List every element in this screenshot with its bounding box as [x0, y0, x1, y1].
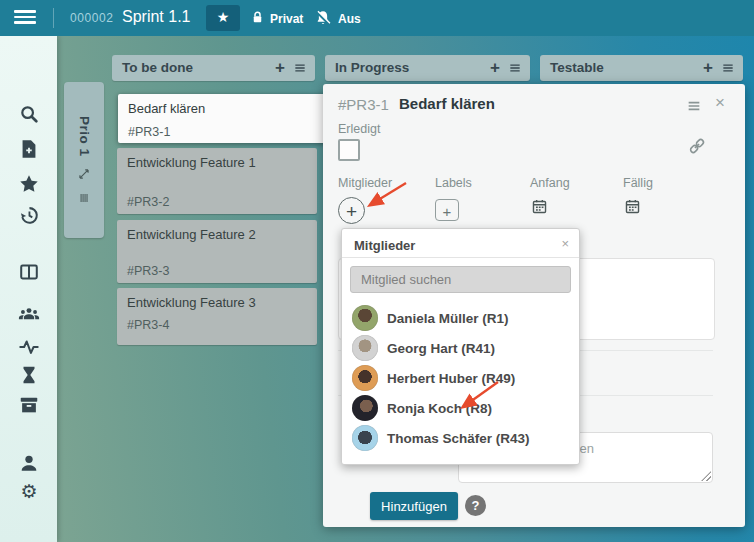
history-icon[interactable]: [18, 204, 40, 226]
members-field-label: Mitglieder: [338, 176, 392, 190]
menu-button[interactable]: [14, 10, 36, 26]
done-checkbox[interactable]: [338, 139, 360, 161]
user-profile-icon[interactable]: [18, 452, 40, 474]
activity-pulse-icon[interactable]: [18, 336, 40, 358]
submit-comment-button[interactable]: Hinzufügen: [370, 492, 458, 520]
column-header-todo[interactable]: To be done +: [112, 55, 315, 81]
card-link-icon[interactable]: [687, 136, 707, 156]
notifications-off-icon: [314, 9, 332, 27]
board-title: Sprint 1.1: [122, 8, 190, 26]
member-avatar: [352, 395, 378, 421]
popup-close-button[interactable]: ×: [561, 236, 569, 251]
card-feature1[interactable]: Entwicklung Feature 1 #PR3-2: [117, 148, 317, 214]
swimlane-menu-icon[interactable]: [77, 191, 91, 205]
board-columns-icon[interactable]: [18, 261, 40, 283]
add-document-icon[interactable]: [18, 138, 40, 160]
due-field-label: Fällig: [623, 176, 653, 190]
column-title: In Progress: [335, 60, 409, 75]
hourglass-icon[interactable]: [18, 364, 40, 386]
card-number: #PR3-2: [127, 195, 169, 209]
notifications-label[interactable]: Aus: [338, 12, 361, 26]
left-sidebar: ⚙: [0, 36, 57, 542]
column-menu-button[interactable]: [508, 61, 522, 75]
privacy-label[interactable]: Privat: [270, 12, 303, 26]
member-option[interactable]: Thomas Schäfer (R43): [352, 423, 569, 453]
team-members-icon[interactable]: [18, 303, 40, 325]
topbar-divider: [53, 8, 54, 28]
column-menu-button[interactable]: [721, 61, 735, 75]
card-number: #PR3-3: [127, 264, 169, 278]
column-menu-button[interactable]: [293, 61, 307, 75]
member-option[interactable]: Herbert Huber (R49): [352, 363, 569, 393]
star-toggle-button[interactable]: ★: [206, 5, 240, 31]
column-header-inprogress[interactable]: In Progress +: [325, 55, 530, 81]
done-label: Erledigt: [338, 122, 380, 136]
member-option[interactable]: Daniela Müller (R1): [352, 303, 569, 333]
card-feature3[interactable]: Entwicklung Feature 3 #PR3-4: [117, 288, 317, 345]
swimlane-title: Prio 1: [77, 116, 92, 157]
modal-card-number: #PR3-1: [338, 96, 389, 113]
help-button[interactable]: ?: [465, 495, 486, 516]
member-search-input[interactable]: [350, 266, 571, 293]
card-open[interactable]: Bedarf klären #PR3-1: [118, 94, 330, 143]
start-date-button[interactable]: [531, 198, 548, 215]
add-member-button[interactable]: +: [338, 197, 365, 224]
popup-divider: [342, 257, 579, 258]
labels-field-label: Labels: [435, 176, 472, 190]
settings-gear-icon[interactable]: ⚙: [18, 480, 40, 502]
app-topbar: 000002 Sprint 1.1 ★ Privat Aus: [0, 0, 754, 36]
members-popup-title: Mitglieder: [354, 238, 415, 253]
search-icon[interactable]: [18, 103, 40, 125]
card-title: Entwicklung Feature 2: [127, 227, 256, 242]
member-avatar: [352, 305, 378, 331]
column-header-testable[interactable]: Testable +: [540, 55, 743, 81]
due-date-button[interactable]: [624, 198, 641, 215]
member-avatar: [352, 335, 378, 361]
add-card-button[interactable]: +: [271, 57, 289, 79]
card-title: Entwicklung Feature 1: [127, 155, 256, 170]
modal-menu-button[interactable]: [685, 98, 703, 114]
member-option[interactable]: Georg Hart (R41): [352, 333, 569, 363]
modal-card-title: Bedarf klären: [399, 95, 495, 112]
starred-boards-icon[interactable]: [18, 173, 40, 195]
add-card-button[interactable]: +: [699, 57, 717, 79]
column-title: Testable: [550, 60, 604, 75]
members-popup: Mitglieder × Daniela Müller (R1) Georg H…: [341, 228, 580, 465]
member-avatar: [352, 425, 378, 451]
card-title: Bedarf klären: [128, 101, 205, 116]
add-card-button[interactable]: +: [486, 57, 504, 79]
start-field-label: Anfang: [530, 176, 570, 190]
card-title: Entwicklung Feature 3: [127, 295, 256, 310]
card-number: #PR3-4: [127, 318, 169, 332]
card-feature2[interactable]: Entwicklung Feature 2 #PR3-3: [117, 220, 317, 283]
privacy-lock-icon: [250, 10, 265, 25]
modal-close-button[interactable]: ×: [715, 93, 725, 113]
member-option[interactable]: Ronja Koch (R8): [352, 393, 569, 423]
column-title: To be done: [122, 60, 193, 75]
card-number: #PR3-1: [128, 125, 170, 139]
app-window: 000002 Sprint 1.1 ★ Privat Aus: [0, 0, 754, 542]
swimlane-header[interactable]: Prio 1: [64, 82, 104, 238]
board-id: 000002: [70, 11, 114, 25]
add-label-button[interactable]: +: [435, 199, 459, 221]
member-avatar: [352, 365, 378, 391]
archive-icon[interactable]: [18, 394, 40, 416]
collapse-swimlane-icon[interactable]: [77, 167, 91, 181]
member-list: Daniela Müller (R1) Georg Hart (R41) Her…: [352, 303, 569, 453]
